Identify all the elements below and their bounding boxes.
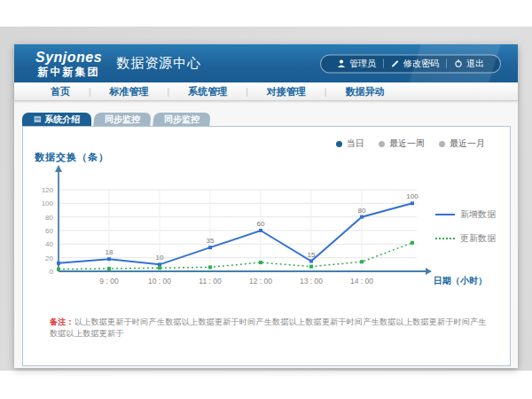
svg-text:100: 100 [406,192,419,200]
logo-company-name: 新中新集团 [35,66,102,77]
user-icon [337,59,346,68]
footnote-label: 备注： [50,317,74,326]
change-password-button[interactable]: 修改密码 [384,58,446,70]
radio-label: 当日 [347,137,364,150]
logout-button[interactable]: 退出 [447,58,491,70]
tab-label: 同步监控 [105,113,140,126]
user-label: 管理员 [349,58,376,70]
svg-text:9 : 00: 9 : 00 [99,277,119,286]
user-button[interactable]: 管理员 [330,58,383,70]
radio-label: 最近一月 [450,137,485,150]
chart-panel: 当日 最近一周 最近一月 数据交换（条） 0204060801001209 : … [22,126,511,366]
power-icon [454,59,463,68]
tab-label: 同步监控 [164,113,200,126]
page-title: 数据资源中心 [116,55,201,72]
edit-icon [391,59,400,68]
tab-system-intro[interactable]: ▤ 系统介绍 [22,113,91,126]
logo-wordmark: Synjones [35,51,102,65]
radio-today[interactable]: 当日 [336,137,364,150]
nav-item-integration[interactable]: 对接管理 [248,85,325,98]
svg-text:20: 20 [45,254,53,262]
svg-text:100: 100 [42,200,54,207]
solid-line-icon [435,214,455,215]
tab-sync-monitor-2[interactable]: 同步监控 [153,113,211,126]
logo: Synjones 新中新集团 [35,51,102,77]
tab-bar: ▤ 系统介绍 同步监控 同步监控 [22,113,518,126]
nav-item-data-changes[interactable]: 数据异动 [326,85,403,98]
legend-item-new-data: 新增数据 [435,208,496,221]
svg-text:11 : 00: 11 : 00 [199,277,222,286]
legend-label: 更新数据 [460,232,496,245]
time-range-filter: 当日 最近一周 最近一月 [336,137,485,150]
svg-text:0: 0 [50,268,54,276]
svg-text:40: 40 [45,240,53,248]
radio-label: 最近一周 [389,137,425,150]
svg-text:14 : 00: 14 : 00 [350,277,373,286]
svg-text:15: 15 [308,251,316,259]
nav-item-home[interactable]: 首页 [32,85,89,98]
legend-item-updated-data: 更新数据 [435,232,496,245]
radio-last-month[interactable]: 最近一月 [439,137,485,150]
radio-unselected-icon [439,141,445,147]
svg-text:35: 35 [207,237,215,245]
user-menu: 管理员 修改密码 退出 [320,54,501,73]
svg-text:日期（小时）: 日期（小时） [434,276,487,286]
svg-text:60: 60 [45,227,53,235]
app-header: Synjones 新中新集团 数据资源中心 管理员 修改密码 退出 [14,44,518,82]
legend-label: 新增数据 [460,208,496,221]
change-password-label: 修改密码 [403,58,439,70]
app-window: Synjones 新中新集团 数据资源中心 管理员 修改密码 退出 首页 | 标… [14,44,518,368]
footnote-text: 以上数据更新于时间产生数据以上数据更新于时间产生数据以上数据更新于时间产生数据以… [50,317,487,338]
dotted-line-icon [435,238,455,239]
main-nav: 首页 | 标准管理 | 系统管理 | 对接管理 | 数据异动 [14,82,518,101]
radio-selected-icon [336,141,342,147]
svg-text:18: 18 [106,248,113,256]
radio-last-week[interactable]: 最近一周 [379,137,425,150]
tab-sync-monitor-1[interactable]: 同步监控 [93,113,152,126]
svg-text:80: 80 [358,207,366,215]
chart-legend: 新增数据 更新数据 [435,208,496,245]
svg-text:13 : 00: 13 : 00 [300,277,323,286]
svg-text:10: 10 [156,254,164,262]
radio-unselected-icon [379,141,385,147]
svg-text:60: 60 [257,220,265,228]
svg-text:12 : 00: 12 : 00 [249,277,272,286]
footnote: 备注：以上数据更新于时间产生数据以上数据更新于时间产生数据以上数据更新于时间产生… [50,317,489,340]
nav-item-system[interactable]: 系统管理 [169,85,246,98]
svg-text:80: 80 [45,214,53,222]
document-icon: ▤ [34,115,42,123]
tab-label: 系统介绍 [44,113,80,126]
svg-text:10 : 00: 10 : 00 [148,277,171,286]
logout-label: 退出 [466,58,484,70]
svg-text:120: 120 [42,186,54,194]
nav-item-standards[interactable]: 标准管理 [91,85,168,98]
